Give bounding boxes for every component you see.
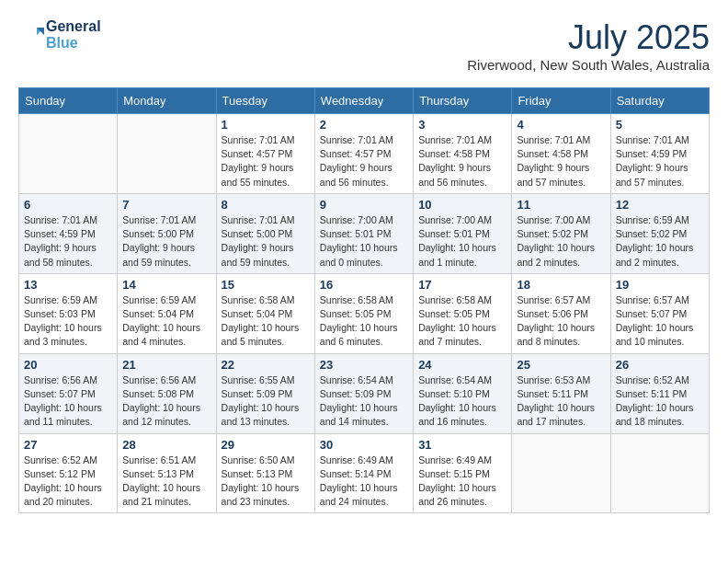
calendar-week-row: 6Sunrise: 7:01 AM Sunset: 4:59 PM Daylig…: [19, 193, 710, 273]
col-header-tuesday: Tuesday: [216, 88, 314, 114]
calendar-cell: 24Sunrise: 6:54 AM Sunset: 5:10 PM Dayli…: [414, 353, 512, 433]
day-info: Sunrise: 7:01 AM Sunset: 5:00 PM Dayligh…: [222, 213, 310, 270]
day-number: 13: [24, 278, 112, 292]
calendar-cell: 31Sunrise: 6:49 AM Sunset: 5:15 PM Dayli…: [414, 433, 512, 513]
day-info: Sunrise: 7:01 AM Sunset: 4:59 PM Dayligh…: [24, 213, 112, 270]
calendar-cell: 3Sunrise: 7:01 AM Sunset: 4:58 PM Daylig…: [414, 114, 512, 194]
day-info: Sunrise: 6:56 AM Sunset: 5:07 PM Dayligh…: [24, 373, 112, 430]
calendar-cell: 28Sunrise: 6:51 AM Sunset: 5:13 PM Dayli…: [118, 433, 216, 513]
day-info: Sunrise: 7:01 AM Sunset: 4:57 PM Dayligh…: [222, 133, 310, 190]
day-info: Sunrise: 7:01 AM Sunset: 4:58 PM Dayligh…: [517, 133, 605, 190]
day-number: 4: [517, 118, 605, 132]
calendar-cell: 25Sunrise: 6:53 AM Sunset: 5:11 PM Dayli…: [512, 353, 610, 433]
calendar-cell: 26Sunrise: 6:52 AM Sunset: 5:11 PM Dayli…: [610, 353, 709, 433]
day-number: 12: [616, 198, 704, 212]
day-number: 25: [517, 358, 605, 372]
day-info: Sunrise: 7:01 AM Sunset: 4:59 PM Dayligh…: [616, 133, 704, 190]
day-number: 6: [24, 198, 112, 212]
day-info: Sunrise: 6:51 AM Sunset: 5:13 PM Dayligh…: [122, 454, 210, 510]
calendar-cell: 21Sunrise: 6:56 AM Sunset: 5:08 PM Dayli…: [118, 353, 216, 433]
col-header-wednesday: Wednesday: [314, 88, 413, 114]
day-info: Sunrise: 6:49 AM Sunset: 5:15 PM Dayligh…: [418, 454, 506, 510]
logo-icon: [18, 22, 44, 48]
day-info: Sunrise: 6:58 AM Sunset: 5:05 PM Dayligh…: [418, 293, 506, 350]
calendar-cell: 13Sunrise: 6:59 AM Sunset: 5:03 PM Dayli…: [19, 273, 118, 353]
calendar-cell: 1Sunrise: 7:01 AM Sunset: 4:57 PM Daylig…: [216, 114, 314, 194]
day-info: Sunrise: 6:59 AM Sunset: 5:02 PM Dayligh…: [616, 213, 704, 270]
day-number: 28: [122, 438, 210, 452]
day-number: 21: [122, 358, 210, 372]
calendar-cell: 29Sunrise: 6:50 AM Sunset: 5:13 PM Dayli…: [216, 433, 314, 513]
calendar-week-row: 27Sunrise: 6:52 AM Sunset: 5:12 PM Dayli…: [19, 433, 710, 513]
day-info: Sunrise: 6:57 AM Sunset: 5:06 PM Dayligh…: [517, 293, 605, 350]
day-number: 5: [616, 118, 704, 132]
day-info: Sunrise: 6:59 AM Sunset: 5:04 PM Dayligh…: [122, 293, 210, 350]
page-header: General Blue July 2025 Riverwood, New So…: [18, 18, 710, 73]
calendar-cell: 14Sunrise: 6:59 AM Sunset: 5:04 PM Dayli…: [118, 273, 216, 353]
day-number: 29: [222, 438, 310, 452]
day-number: 18: [517, 278, 605, 292]
calendar-cell: [610, 433, 709, 513]
month-year: July 2025: [467, 18, 710, 57]
day-number: 30: [320, 438, 408, 452]
calendar-week-row: 1Sunrise: 7:01 AM Sunset: 4:57 PM Daylig…: [19, 114, 710, 194]
day-number: 24: [418, 358, 506, 372]
calendar-cell: 10Sunrise: 7:00 AM Sunset: 5:01 PM Dayli…: [414, 193, 512, 273]
calendar-cell: 22Sunrise: 6:55 AM Sunset: 5:09 PM Dayli…: [216, 353, 314, 433]
day-number: 10: [418, 198, 506, 212]
logo-line1: General: [46, 18, 101, 35]
calendar-week-row: 13Sunrise: 6:59 AM Sunset: 5:03 PM Dayli…: [19, 273, 710, 353]
calendar-cell: 12Sunrise: 6:59 AM Sunset: 5:02 PM Dayli…: [610, 193, 709, 273]
calendar-cell: 20Sunrise: 6:56 AM Sunset: 5:07 PM Dayli…: [19, 353, 118, 433]
day-info: Sunrise: 6:54 AM Sunset: 5:09 PM Dayligh…: [320, 373, 408, 430]
day-number: 19: [616, 278, 704, 292]
calendar-cell: 9Sunrise: 7:00 AM Sunset: 5:01 PM Daylig…: [314, 193, 413, 273]
logo: General Blue: [18, 18, 101, 52]
calendar-cell: 19Sunrise: 6:57 AM Sunset: 5:07 PM Dayli…: [610, 273, 709, 353]
calendar-cell: [19, 114, 118, 194]
calendar-cell: 23Sunrise: 6:54 AM Sunset: 5:09 PM Dayli…: [314, 353, 413, 433]
calendar-cell: 8Sunrise: 7:01 AM Sunset: 5:00 PM Daylig…: [216, 193, 314, 273]
col-header-friday: Friday: [512, 88, 610, 114]
location: Riverwood, New South Wales, Australia: [467, 57, 710, 73]
day-number: 8: [222, 198, 310, 212]
day-number: 16: [320, 278, 408, 292]
day-number: 14: [122, 278, 210, 292]
day-info: Sunrise: 7:01 AM Sunset: 4:57 PM Dayligh…: [320, 133, 408, 190]
calendar-cell: 15Sunrise: 6:58 AM Sunset: 5:04 PM Dayli…: [216, 273, 314, 353]
day-number: 11: [517, 198, 605, 212]
day-number: 20: [24, 358, 112, 372]
calendar-cell: 5Sunrise: 7:01 AM Sunset: 4:59 PM Daylig…: [610, 114, 709, 194]
day-info: Sunrise: 6:55 AM Sunset: 5:09 PM Dayligh…: [222, 373, 310, 430]
calendar-cell: 11Sunrise: 7:00 AM Sunset: 5:02 PM Dayli…: [512, 193, 610, 273]
calendar-cell: [512, 433, 610, 513]
day-info: Sunrise: 7:00 AM Sunset: 5:02 PM Dayligh…: [517, 213, 605, 270]
day-info: Sunrise: 6:58 AM Sunset: 5:05 PM Dayligh…: [320, 293, 408, 350]
day-info: Sunrise: 6:59 AM Sunset: 5:03 PM Dayligh…: [24, 293, 112, 350]
day-info: Sunrise: 6:54 AM Sunset: 5:10 PM Dayligh…: [418, 373, 506, 430]
day-info: Sunrise: 6:50 AM Sunset: 5:13 PM Dayligh…: [222, 454, 310, 510]
col-header-saturday: Saturday: [610, 88, 709, 114]
col-header-monday: Monday: [118, 88, 216, 114]
day-number: 15: [222, 278, 310, 292]
calendar-cell: 17Sunrise: 6:58 AM Sunset: 5:05 PM Dayli…: [414, 273, 512, 353]
svg-rect-0: [18, 22, 44, 48]
day-info: Sunrise: 6:58 AM Sunset: 5:04 PM Dayligh…: [222, 293, 310, 350]
day-info: Sunrise: 7:01 AM Sunset: 4:58 PM Dayligh…: [418, 133, 506, 190]
day-number: 3: [418, 118, 506, 132]
day-number: 2: [320, 118, 408, 132]
calendar-week-row: 20Sunrise: 6:56 AM Sunset: 5:07 PM Dayli…: [19, 353, 710, 433]
col-header-sunday: Sunday: [19, 88, 118, 114]
day-info: Sunrise: 6:49 AM Sunset: 5:14 PM Dayligh…: [320, 454, 408, 510]
calendar-cell: 27Sunrise: 6:52 AM Sunset: 5:12 PM Dayli…: [19, 433, 118, 513]
calendar-cell: 7Sunrise: 7:01 AM Sunset: 5:00 PM Daylig…: [118, 193, 216, 273]
day-info: Sunrise: 6:56 AM Sunset: 5:08 PM Dayligh…: [122, 373, 210, 430]
day-info: Sunrise: 6:53 AM Sunset: 5:11 PM Dayligh…: [517, 373, 605, 430]
calendar-header-row: SundayMondayTuesdayWednesdayThursdayFrid…: [19, 88, 710, 114]
day-info: Sunrise: 7:00 AM Sunset: 5:01 PM Dayligh…: [418, 213, 506, 270]
calendar-cell: 30Sunrise: 6:49 AM Sunset: 5:14 PM Dayli…: [314, 433, 413, 513]
calendar-cell: 16Sunrise: 6:58 AM Sunset: 5:05 PM Dayli…: [314, 273, 413, 353]
day-info: Sunrise: 6:52 AM Sunset: 5:11 PM Dayligh…: [616, 373, 704, 430]
calendar-cell: 6Sunrise: 7:01 AM Sunset: 4:59 PM Daylig…: [19, 193, 118, 273]
calendar-cell: [118, 114, 216, 194]
